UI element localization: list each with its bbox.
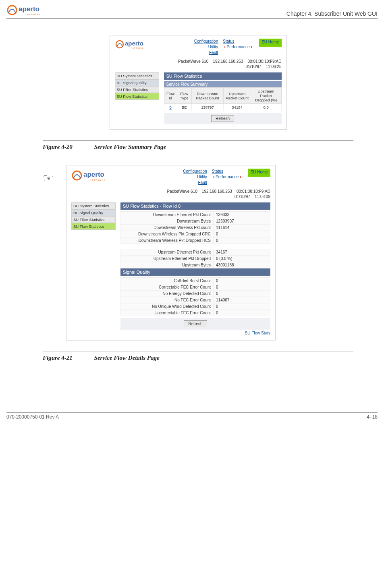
nav-configuration[interactable]: Configuration xyxy=(183,169,207,174)
panel-title-flow-stats: SU Flow Statistics - Flow Id 0 xyxy=(120,202,270,210)
nav-fault[interactable]: Fault xyxy=(194,50,218,56)
kv-value: 0 xyxy=(214,310,270,316)
kv-value: 0 xyxy=(214,237,270,244)
kv-value: 0 xyxy=(214,278,270,284)
kv-value: 12593907 xyxy=(214,218,270,225)
nav-arrow-right-icon: › xyxy=(239,175,242,179)
svg-text:networks: networks xyxy=(90,179,106,181)
svg-text:networks: networks xyxy=(131,47,144,49)
kv-label: Downstream Wireless Pkt Dropped CRC xyxy=(121,231,214,237)
sidebar-item-rf-signal-quality[interactable]: RF Signal Quality xyxy=(71,209,116,216)
device-ip: 192.168.168.253 xyxy=(213,59,243,64)
sidebar-item-flow-statistics[interactable]: SU Flow Statistics xyxy=(71,223,116,230)
kv-label: No FEC Error Count xyxy=(121,297,214,303)
device-time: 11:08:09 xyxy=(255,194,270,199)
device-ip: 192.168.168.253 xyxy=(202,189,232,194)
sidebar-item-flow-statistics[interactable]: SU Flow Statistics xyxy=(115,93,159,100)
device-info-row: PacketWave 610 192.168.168.253 00:01:38:… xyxy=(71,189,270,199)
figure-rule xyxy=(43,140,353,140)
kv-label: No Unique Word Detected Count xyxy=(121,303,214,310)
kv-value: 139333 xyxy=(214,212,270,218)
kv-label: Collided Burst Count xyxy=(121,278,214,284)
figure-4-20-caption: Figure 4-20 Service Flow Summary Page xyxy=(43,142,353,165)
backlink-row: SU Flow Stats xyxy=(120,331,270,335)
nav-arrow-right-icon: › xyxy=(250,45,253,49)
th-dropped: Upstream Packet Dropped (%) xyxy=(251,88,281,104)
panel-subtitle: Service Flow Summary xyxy=(164,81,282,87)
nav-status[interactable]: Status xyxy=(212,169,243,174)
kv-value: 0 xyxy=(214,303,270,310)
cell-upstream: 34154 xyxy=(224,104,251,111)
sidebar-item-rf-signal-quality[interactable]: RF Signal Quality xyxy=(115,79,159,86)
th-upstream: Upstream Packet Count xyxy=(224,88,251,104)
svg-text:aperto: aperto xyxy=(83,171,104,178)
device-name: PacketWave 610 xyxy=(178,59,208,64)
pointing-hand-icon: ☞ xyxy=(43,171,54,185)
figure-number: Figure 4-20 xyxy=(43,144,73,150)
figure-rule xyxy=(43,351,353,351)
kv-label: Downstream Wireless Pkt count xyxy=(121,225,214,231)
kv-value: 0 xyxy=(214,284,270,291)
kv-label: Upstream Ethernet Pkt Count xyxy=(121,249,214,256)
refresh-row: Refresh xyxy=(164,113,282,124)
kv-value: 34167 xyxy=(214,249,270,256)
su-home-button[interactable]: SU Home xyxy=(259,39,281,47)
nav-performance[interactable]: Performance xyxy=(227,45,250,49)
svg-text:networks: networks xyxy=(25,13,41,16)
aperto-logo-small: aperto networks xyxy=(71,169,116,183)
main-panel: SU Flow Statistics Service Flow Summary … xyxy=(164,72,282,124)
nav-column-1: Configuration Utility Fault xyxy=(183,169,207,186)
su-flow-stats-link[interactable]: SU Flow Stats xyxy=(245,331,270,335)
panel-title: SU Flow Statistics xyxy=(164,72,282,80)
sidebar-item-system-statistics[interactable]: SU System Statistics xyxy=(71,202,116,209)
downstream-stats-table: Downstream Ethernet Pkt Count139333 Down… xyxy=(120,211,270,244)
flow-summary-table: Flow Id Flow Type Downstream Packet Coun… xyxy=(164,87,282,111)
kv-label: Correctable FEC Error Count xyxy=(121,284,214,291)
page-header: aperto networks Chapter 4. Subscriber Un… xyxy=(6,3,378,19)
nav-fault[interactable]: Fault xyxy=(183,180,207,186)
kv-value: 111614 xyxy=(214,225,270,231)
nav-arrow-left-icon: ‹ xyxy=(223,45,226,49)
sidebar-item-filter-statistics[interactable]: SU Filter Statistics xyxy=(115,86,159,93)
kv-label: Upstream Bytes xyxy=(121,262,214,268)
svg-point-6 xyxy=(73,171,81,180)
su-home-button[interactable]: SU Home xyxy=(248,169,270,177)
aperto-logo-small: aperto networks xyxy=(115,39,154,52)
device-date: 01/10/97 xyxy=(246,64,262,69)
figure-4-21-screenshot: aperto networks Configuration Utility Fa… xyxy=(66,165,276,340)
refresh-button[interactable]: Refresh xyxy=(184,320,207,327)
sidebar-item-filter-statistics[interactable]: SU Filter Statistics xyxy=(71,216,116,223)
svg-text:aperto: aperto xyxy=(19,5,39,13)
kv-value: 0 (0.0 %) xyxy=(214,256,270,262)
kv-value: 0 xyxy=(214,291,270,297)
table-row: 0 BE 138797 34154 0.0 xyxy=(164,104,281,111)
signal-quality-table: Collided Burst Count0 Correctable FEC Er… xyxy=(120,277,270,316)
figure-4-20-screenshot: aperto networks Configuration Utility Fa… xyxy=(110,35,287,130)
kv-value: 43001188 xyxy=(214,262,270,268)
figure-number: Figure 4-21 xyxy=(43,355,73,361)
kv-label: Downstream Wireless Pkt Dropped HCS xyxy=(121,237,214,244)
th-flow-type: Flow Type xyxy=(177,88,191,104)
device-info-row: PacketWave 610 192.168.168.253 00:01:38:… xyxy=(115,59,282,69)
th-flow-id: Flow Id xyxy=(164,88,177,104)
nav-column-2: Status ‹Performance› xyxy=(223,39,253,50)
nav-configuration[interactable]: Configuration xyxy=(194,39,218,44)
sidebar-item-system-statistics[interactable]: SU System Statistics xyxy=(115,72,159,79)
flow-id-link[interactable]: 0 xyxy=(169,105,171,109)
nav-utility[interactable]: Utility xyxy=(194,44,218,50)
nav-utility[interactable]: Utility xyxy=(183,174,207,180)
sidebar: SU System Statistics RF Signal Quality S… xyxy=(115,72,159,100)
nav-performance[interactable]: Performance xyxy=(216,175,239,179)
device-mac: 00:01:38:10:F9:AD xyxy=(248,59,282,64)
refresh-button[interactable]: Refresh xyxy=(211,115,234,122)
sidebar: SU System Statistics RF Signal Quality S… xyxy=(71,202,116,230)
cell-flow-type: BE xyxy=(177,104,191,111)
device-name: PacketWave 610 xyxy=(167,189,197,194)
kv-value: 0 xyxy=(214,231,270,237)
nav-status[interactable]: Status xyxy=(223,39,253,44)
device-mac: 00:01:38:10:F9:AD xyxy=(237,189,270,194)
page-footer: 070-20000750-01 Rev A 4–18 xyxy=(6,412,378,420)
kv-label: Uncorrectable FEC Error Count xyxy=(121,310,214,316)
cell-downstream: 138797 xyxy=(191,104,224,111)
figure-4-21-caption: Figure 4-21 Service Flow Details Page xyxy=(43,353,353,376)
